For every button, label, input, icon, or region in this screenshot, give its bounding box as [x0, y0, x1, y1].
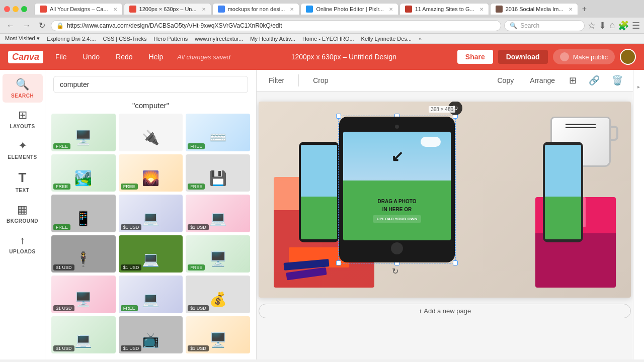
- grid-icon-button[interactable]: ⊞: [567, 73, 579, 88]
- search-result-11[interactable]: 💻 $1 USD: [119, 235, 183, 273]
- sidebar-item-background[interactable]: ▦ BKGROUND: [3, 199, 43, 228]
- upload-own-button[interactable]: UPLOAD YOUR OWN: [373, 215, 422, 223]
- sky-area: ↙: [343, 132, 451, 180]
- user-avatar[interactable]: [620, 49, 636, 65]
- redo-button[interactable]: Redo: [112, 51, 136, 63]
- sidebar-item-elements[interactable]: ✦ ELEMENTS: [3, 135, 43, 164]
- tab-2-close[interactable]: ✕: [202, 7, 206, 12]
- side-tablet-left[interactable]: [299, 142, 339, 242]
- search-result-12[interactable]: 🖥️ FREE: [186, 235, 250, 273]
- tab-6[interactable]: 2016 Social Media Im... ✕: [490, 3, 578, 15]
- reload-button[interactable]: ↻: [36, 20, 48, 31]
- close-dot[interactable]: [4, 6, 10, 12]
- sidebar-item-text[interactable]: T TEXT: [3, 166, 43, 197]
- address-bar[interactable]: 🔒 https://www.canva.com/design/DACBSaO5t…: [51, 20, 501, 31]
- download-button[interactable]: Download: [498, 50, 548, 64]
- tab-6-close[interactable]: ✕: [569, 7, 573, 12]
- arrange-button[interactable]: Arrange: [526, 74, 559, 86]
- search-result-14[interactable]: 💻 FREE: [119, 276, 183, 313]
- tablet-camera: [395, 125, 399, 129]
- tab-1-close[interactable]: ✕: [113, 7, 117, 12]
- download-icon[interactable]: ⬇: [599, 20, 606, 31]
- link-icon-button[interactable]: 🔗: [587, 73, 602, 88]
- tab-3-close[interactable]: ✕: [290, 7, 294, 12]
- tab-2[interactable]: 1200px × 630px – Un... ✕: [124, 3, 211, 15]
- bookmark-css[interactable]: CSS | CSS-Tricks: [103, 36, 147, 42]
- search-result-16[interactable]: 💻 $1 USD: [51, 316, 116, 354]
- tablet-screen[interactable]: ↙ DRAG A PHOTO IN HERE OR UPLOAD YOUR OW…: [343, 132, 451, 240]
- search-result-7[interactable]: 📱 FREE: [51, 195, 116, 232]
- bookmarks-overflow[interactable]: »: [419, 36, 422, 42]
- side-tablet-right[interactable]: [543, 142, 583, 242]
- star-icon[interactable]: ☆: [588, 20, 596, 31]
- right-sidebar-handle[interactable]: ▸: [636, 84, 641, 89]
- tab-4[interactable]: Online Photo Editor | Pixlr... ✕: [300, 3, 398, 15]
- main-tablet-container[interactable]: ↻ 368 × 480: [339, 117, 455, 262]
- make-public-button[interactable]: Make public: [553, 49, 615, 64]
- undo-button[interactable]: Undo: [79, 51, 104, 63]
- result-15-icon: 💰: [209, 291, 227, 308]
- tab-3[interactable]: mockups for non desi... ✕: [212, 3, 300, 15]
- search-result-9[interactable]: 💻 $1 USD: [186, 195, 250, 232]
- minimize-dot[interactable]: [13, 6, 19, 12]
- menu-icon[interactable]: ☰: [632, 20, 640, 31]
- search-result-8[interactable]: 💻 $1 USD: [119, 195, 183, 232]
- search-result-4[interactable]: 🏞️ FREE: [51, 154, 116, 192]
- filter-button[interactable]: Filter: [265, 74, 288, 86]
- result-16-badge: $1 USD: [53, 345, 74, 351]
- tablet-home-button[interactable]: [391, 242, 403, 254]
- share-button[interactable]: Share: [457, 50, 493, 64]
- search-result-2[interactable]: 🔌: [119, 114, 183, 151]
- result-8-icon: 💻: [142, 210, 159, 227]
- copy-button[interactable]: Copy: [494, 74, 518, 86]
- sidebar-item-search[interactable]: 🔍 SEARCH: [3, 74, 43, 103]
- search-input[interactable]: [53, 76, 248, 93]
- tab-5-close[interactable]: ✕: [479, 7, 484, 12]
- header-actions: Share Download Make public: [457, 49, 636, 65]
- drag-text-1: DRAG A PHOTO: [378, 198, 417, 205]
- search-result-1[interactable]: 🖥️ FREE: [51, 114, 116, 151]
- extension-icon[interactable]: 🧩: [618, 20, 629, 31]
- maximize-dot[interactable]: [21, 6, 27, 12]
- forward-button[interactable]: →: [20, 20, 33, 31]
- home-icon[interactable]: ⌂: [609, 20, 615, 31]
- delete-icon-button[interactable]: 🗑️: [610, 73, 625, 88]
- tab-4-favicon: [306, 6, 313, 13]
- file-menu[interactable]: File: [51, 51, 71, 63]
- canva-logo[interactable]: Canva: [8, 51, 43, 63]
- back-button[interactable]: ←: [4, 20, 17, 31]
- search-result-17[interactable]: 📺 $1 USD: [119, 316, 183, 354]
- search-result-5[interactable]: 🌄 FREE: [119, 154, 183, 192]
- search-result-13[interactable]: 🖥️ $1 USD: [51, 276, 116, 313]
- tab-5[interactable]: 11 Amazing Sites to G... ✕: [399, 3, 489, 15]
- bookmark-texture[interactable]: www.myfreetextur...: [195, 36, 243, 42]
- canvas-scroll[interactable]: ↻ 368 × 480: [257, 92, 633, 359]
- help-menu[interactable]: Help: [145, 51, 168, 63]
- sidebar-item-uploads[interactable]: ↑ UPLOADS: [3, 230, 43, 258]
- bookmark-hero[interactable]: Hero Patterns: [153, 36, 188, 42]
- search-result-6[interactable]: 💾 FREE: [186, 154, 250, 192]
- mockup-scene: ↻ 368 × 480: [259, 102, 631, 298]
- canvas-page[interactable]: ↻ 368 × 480: [259, 102, 631, 298]
- browser-search[interactable]: 🔍 Search: [504, 20, 585, 31]
- browser-tabs: All Your Designs – Ca... ✕ 1200px × 630p…: [34, 3, 640, 15]
- tab-1[interactable]: All Your Designs – Ca... ✕: [34, 3, 123, 15]
- search-result-10[interactable]: 🕴 $1 USD: [51, 235, 116, 273]
- new-tab-button[interactable]: +: [579, 4, 590, 15]
- search-result-18[interactable]: 🖥️ $1 USD: [186, 316, 250, 354]
- search-result-15[interactable]: 💰 $1 USD: [186, 276, 250, 313]
- bookmark-most-visited[interactable]: Most Visited ▾: [5, 35, 40, 42]
- sidebar-item-layouts[interactable]: ⊞ LAYOUTS: [3, 105, 43, 133]
- tab-4-close[interactable]: ✕: [389, 7, 393, 12]
- bookmark-healthy[interactable]: My Healthy Activ...: [250, 36, 295, 42]
- bookmark-divi[interactable]: Exploring Divi 2.4:...: [47, 36, 96, 42]
- search-result-3[interactable]: ⌨️ FREE: [186, 114, 250, 151]
- add-page-button[interactable]: + Add a new page: [259, 304, 631, 318]
- search-placeholder: Search: [520, 22, 539, 29]
- bookmark-kelly[interactable]: Kelly Lynnette Des...: [361, 36, 412, 42]
- tab-5-favicon: [405, 6, 412, 13]
- crop-button[interactable]: Crop: [309, 74, 332, 86]
- upload-area[interactable]: DRAG A PHOTO IN HERE OR UPLOAD YOUR OWN: [343, 180, 451, 240]
- result-18-badge: $1 USD: [188, 345, 209, 351]
- bookmark-eyechro[interactable]: Home - EYECHRO...: [302, 36, 354, 42]
